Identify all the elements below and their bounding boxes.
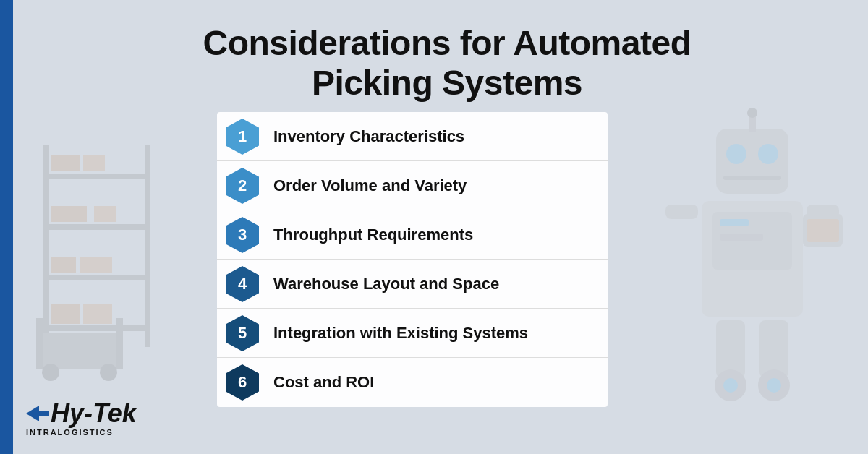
hex-badge-1: 1 — [223, 117, 262, 156]
item-label-5: Integration with Existing Systems — [273, 324, 528, 343]
hex-badge-6: 6 — [223, 363, 262, 402]
svg-rect-2 — [43, 174, 150, 179]
svg-rect-22 — [723, 176, 781, 180]
svg-rect-8 — [51, 206, 87, 222]
svg-point-20 — [726, 144, 746, 164]
list-item-6: 6 Cost and ROI — [217, 358, 608, 407]
title-section: Considerations for Automated Picking Sys… — [13, 0, 868, 117]
svg-rect-5 — [43, 325, 150, 331]
svg-rect-9 — [94, 206, 116, 222]
hex-number-3: 3 — [238, 226, 247, 244]
svg-rect-11 — [80, 257, 112, 273]
svg-point-38 — [767, 378, 781, 393]
hex-badge-2: 2 — [223, 166, 262, 205]
svg-rect-32 — [807, 219, 839, 242]
item-label-2: Order Volume and Variety — [273, 176, 467, 195]
list-item-5: 5 Integration with Existing Systems — [217, 309, 608, 358]
svg-rect-14 — [36, 333, 123, 369]
svg-rect-27 — [720, 219, 749, 226]
svg-rect-18 — [116, 318, 123, 369]
svg-point-15 — [42, 364, 59, 381]
considerations-list: 1 Inventory Characteristics 2 Order Volu… — [217, 112, 608, 407]
svg-rect-7 — [83, 155, 105, 171]
svg-rect-29 — [665, 205, 698, 219]
svg-rect-3 — [43, 224, 150, 230]
logo-arrow-icon — [26, 406, 49, 421]
svg-point-16 — [100, 364, 117, 381]
hex-number-1: 1 — [238, 127, 247, 146]
hex-badge-4: 4 — [223, 265, 262, 304]
svg-rect-17 — [36, 318, 43, 369]
hex-badge-3: 3 — [223, 215, 262, 254]
hex-number-5: 5 — [238, 324, 247, 343]
logo-area: Hy-Tek INTRALOGISTICS — [26, 401, 137, 437]
logo-text: Hy-Tek — [26, 401, 137, 427]
svg-rect-4 — [43, 275, 150, 280]
title-line1: Considerations for Automated — [203, 24, 692, 62]
list-item-4: 4 Warehouse Layout and Space — [217, 260, 608, 309]
list-item-1: 1 Inventory Characteristics — [217, 112, 608, 161]
svg-rect-13 — [83, 304, 112, 324]
item-label-6: Cost and ROI — [273, 373, 374, 392]
title-line2: Picking Systems — [312, 64, 582, 102]
left-accent-bar — [0, 0, 13, 454]
svg-rect-6 — [51, 155, 80, 171]
svg-rect-19 — [716, 129, 788, 194]
svg-rect-28 — [720, 234, 763, 241]
hex-badge-5: 5 — [223, 314, 262, 353]
item-label-3: Throughput Requirements — [273, 226, 473, 244]
item-label-4: Warehouse Layout and Space — [273, 275, 499, 294]
svg-point-37 — [723, 378, 738, 393]
list-item-3: 3 Throughput Requirements — [217, 210, 608, 260]
list-item-2: 2 Order Volume and Variety — [217, 161, 608, 210]
logo-brand: Hy-Tek — [51, 401, 137, 427]
svg-rect-12 — [51, 304, 80, 324]
page-title: Considerations for Automated Picking Sys… — [27, 23, 867, 103]
svg-marker-45 — [26, 406, 49, 421]
svg-point-21 — [758, 144, 778, 164]
hex-number-4: 4 — [238, 275, 247, 294]
page-container: Considerations for Automated Picking Sys… — [0, 0, 868, 454]
svg-rect-10 — [51, 257, 76, 273]
robot-illustration — [651, 107, 854, 454]
item-label-1: Inventory Characteristics — [273, 127, 464, 146]
hex-number-2: 2 — [238, 176, 247, 195]
hex-number-6: 6 — [238, 373, 247, 392]
logo-subtitle: INTRALOGISTICS — [26, 428, 114, 437]
